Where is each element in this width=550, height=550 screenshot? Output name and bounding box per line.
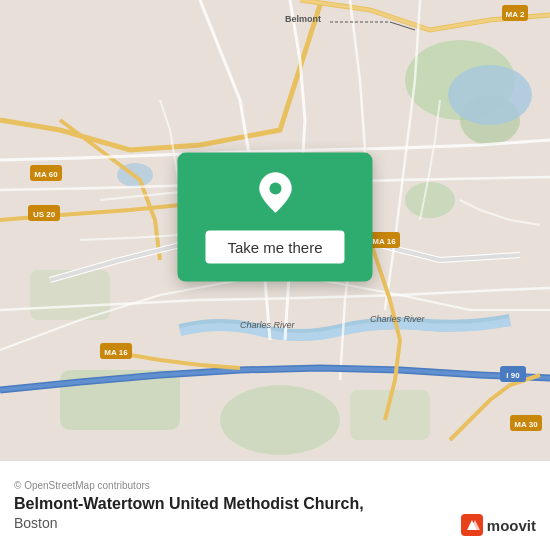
map-popup: Take me there — [177, 153, 372, 282]
svg-rect-3 — [30, 270, 110, 320]
location-pin-icon — [253, 171, 297, 215]
svg-text:MA 16: MA 16 — [372, 237, 396, 246]
svg-point-29 — [269, 183, 281, 195]
place-name: Belmont-Watertown United Methodist Churc… — [14, 495, 536, 513]
footer: © OpenStreetMap contributors Belmont-Wat… — [0, 460, 550, 550]
take-me-there-button[interactable]: Take me there — [205, 231, 344, 264]
map-container: MA 2 MA 60 US 20 MA 16 MA 16 I 90 MA 30 … — [0, 0, 550, 460]
svg-text:MA 60: MA 60 — [34, 170, 58, 179]
svg-text:Charles River: Charles River — [240, 320, 296, 330]
svg-point-4 — [405, 182, 455, 218]
svg-text:Charles River: Charles River — [370, 314, 426, 324]
svg-text:MA 2: MA 2 — [506, 10, 525, 19]
svg-text:Belmont: Belmont — [285, 14, 321, 24]
svg-text:MA 30: MA 30 — [514, 420, 538, 429]
svg-point-8 — [448, 65, 532, 125]
svg-text:I 90: I 90 — [506, 371, 520, 380]
moovit-logo: moovit — [461, 514, 536, 536]
place-city: Boston — [14, 515, 536, 531]
attribution-text: © OpenStreetMap contributors — [14, 480, 536, 491]
svg-text:MA 16: MA 16 — [104, 348, 128, 357]
svg-text:US 20: US 20 — [33, 210, 56, 219]
moovit-text: moovit — [487, 517, 536, 534]
svg-point-6 — [220, 385, 340, 455]
